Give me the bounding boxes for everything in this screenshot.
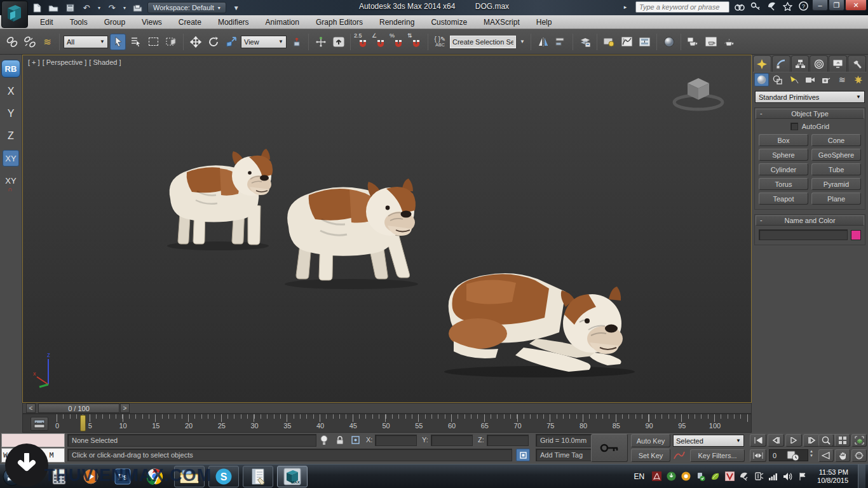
absolute-offset-mode-icon[interactable] <box>351 435 360 446</box>
field-of-view-icon[interactable] <box>818 449 834 462</box>
menu-customize[interactable]: Customize <box>423 17 475 28</box>
zoom-all-icon[interactable] <box>835 434 850 447</box>
tab-modify[interactable] <box>772 55 790 72</box>
select-and-move-icon[interactable] <box>187 34 203 50</box>
reference-coordinate-dropdown[interactable]: View ▼ <box>241 36 287 48</box>
percent-snap-toggle-icon[interactable]: % <box>390 34 406 50</box>
isolate-selection-toggle-icon[interactable] <box>516 449 530 461</box>
auto-key-button[interactable]: Auto Key <box>631 434 670 447</box>
toggle-ribbon-icon[interactable] <box>601 34 617 50</box>
new-file-icon[interactable] <box>31 2 43 13</box>
power-plug-tray-icon[interactable] <box>754 471 764 482</box>
notepad-taskbar-button[interactable] <box>243 466 273 487</box>
bulldog-model-walking[interactable] <box>272 168 431 290</box>
subtab-lights[interactable] <box>787 73 801 86</box>
viewport-menu-plus[interactable]: [ + ] <box>28 58 40 66</box>
mini-curve-editor-button[interactable] <box>31 417 48 431</box>
pdf-reader-tray-icon[interactable] <box>651 471 661 482</box>
tab-display[interactable] <box>829 55 847 72</box>
skype-taskbar-button[interactable]: S <box>208 466 239 487</box>
current-frame-marker[interactable] <box>80 415 86 431</box>
schematic-view-icon[interactable] <box>637 34 653 50</box>
time-slider[interactable]: < 0 / 100 > <box>22 403 752 414</box>
autogrid-checkbox[interactable] <box>790 123 798 130</box>
language-indicator[interactable]: EN <box>631 472 647 481</box>
taskbar-clock[interactable]: 11:53 PM 10/8/2015 <box>812 468 853 485</box>
primitive-category-dropdown[interactable]: Standard Primitives ▼ <box>755 91 865 103</box>
sphere-button[interactable]: Sphere <box>759 149 808 161</box>
3ds-max-logo-icon[interactable] <box>1 1 28 28</box>
key-filters-button[interactable]: Key Filters... <box>690 449 745 462</box>
plane-button[interactable]: Plane <box>811 193 861 205</box>
go-to-start-icon[interactable] <box>750 434 766 447</box>
undo-icon[interactable]: ↶ <box>80 2 93 13</box>
mirror-icon[interactable] <box>535 34 551 50</box>
restore-button[interactable]: ❐ <box>829 0 844 11</box>
rendered-frame-window-icon[interactable] <box>703 34 719 50</box>
viewcube[interactable] <box>670 69 727 114</box>
undo-dropdown-icon[interactable]: ▾ <box>97 2 102 13</box>
layer-manager-icon[interactable] <box>577 34 593 50</box>
tube-button[interactable]: Tube <box>811 163 861 175</box>
minimize-button[interactable]: – <box>812 0 828 11</box>
subtab-shapes[interactable] <box>770 73 785 86</box>
subtab-helpers[interactable] <box>818 73 833 86</box>
selection-lock-toggle-icon[interactable] <box>336 435 344 446</box>
unlink-selection-icon[interactable] <box>22 34 37 50</box>
name-color-rollout-header[interactable]: - Name and Color <box>756 215 864 226</box>
help-icon[interactable]: ? <box>797 1 809 13</box>
rb-button[interactable]: RB <box>1 60 20 78</box>
select-object-button[interactable] <box>110 34 126 50</box>
default-in-out-tangents-icon[interactable] <box>673 450 686 462</box>
previous-frame-button[interactable]: < <box>26 403 36 413</box>
action-center-flag-tray-icon[interactable] <box>797 471 808 482</box>
menu-maxscript[interactable]: MAXScript <box>475 17 528 28</box>
menu-modifiers[interactable]: Modifiers <box>210 17 257 28</box>
redo-dropdown-icon[interactable]: ▾ <box>122 2 127 13</box>
set-key-button[interactable]: Set Key <box>631 449 670 462</box>
set-project-folder-icon[interactable] <box>131 2 144 13</box>
download-manager-tray-icon[interactable] <box>666 471 676 482</box>
subtab-geometry[interactable] <box>754 73 769 86</box>
tab-create[interactable] <box>753 55 771 72</box>
volume-tray-icon[interactable] <box>783 471 793 482</box>
zoom-icon[interactable] <box>818 434 834 447</box>
menu-views[interactable]: Views <box>133 17 170 28</box>
snaps-use-axis-constraints-button[interactable]: XY∩ <box>3 172 19 189</box>
key-step-mode-icon[interactable] <box>750 449 766 462</box>
menu-animation[interactable]: Animation <box>257 17 308 28</box>
pan-hand-icon[interactable] <box>835 449 850 462</box>
play-animation-icon[interactable] <box>785 434 802 447</box>
tab-utilities[interactable] <box>848 55 866 72</box>
window-crossing-toggle-icon[interactable] <box>163 34 179 50</box>
select-and-link-icon[interactable] <box>4 34 20 50</box>
viewport-shading-menu[interactable]: [ Shaded ] <box>89 58 121 66</box>
named-selection-set-combo[interactable] <box>450 36 516 48</box>
object-name-input[interactable] <box>759 229 848 240</box>
z-coordinate-field[interactable] <box>487 435 529 446</box>
align-icon[interactable] <box>553 34 569 50</box>
tab-motion[interactable] <box>810 55 828 72</box>
antivirus-leaf-tray-icon[interactable] <box>710 471 720 482</box>
search-expand-icon[interactable]: ▸ <box>620 4 631 10</box>
network-signal-tray-icon[interactable] <box>768 471 778 482</box>
usb-safely-remove-tray-icon[interactable] <box>695 471 705 482</box>
subtab-space-warps[interactable]: ≋ <box>834 73 849 86</box>
box-button[interactable]: Box <box>759 134 808 146</box>
track-bar-ruler[interactable]: 0510152025303540455055606570758085909510… <box>57 414 749 433</box>
frame-spinner[interactable]: ▲▼ <box>810 449 813 458</box>
sign-in-key-icon[interactable] <box>750 2 761 12</box>
communication-center-icon[interactable] <box>766 2 777 13</box>
subtab-cameras[interactable] <box>803 73 817 86</box>
menu-create[interactable]: Create <box>170 17 210 28</box>
satellite-tray-icon[interactable] <box>739 471 749 482</box>
search-input[interactable] <box>635 1 729 13</box>
subtab-systems[interactable] <box>851 73 865 86</box>
menu-graph-editors[interactable]: Graph Editors <box>308 17 371 28</box>
menu-tools[interactable]: Tools <box>62 17 96 28</box>
time-slider-handle[interactable]: 0 / 100 <box>38 403 119 413</box>
snaps-toggle-icon[interactable]: 2.5 <box>355 34 370 50</box>
toolbar-flyout-icon[interactable]: ▼ <box>230 2 243 13</box>
object-color-swatch[interactable] <box>851 230 861 240</box>
bind-to-space-warp-icon[interactable]: ≋ <box>39 34 55 50</box>
